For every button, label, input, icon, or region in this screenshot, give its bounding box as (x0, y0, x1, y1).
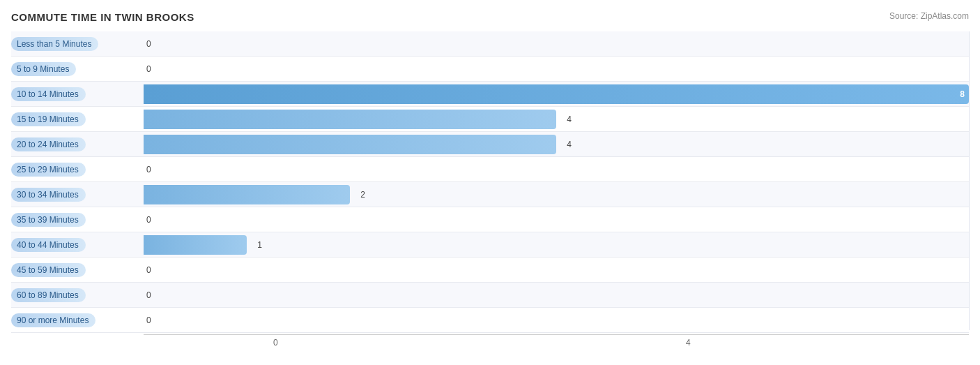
bar: 8 (144, 84, 969, 104)
bar-value-zero: 0 (146, 290, 151, 300)
bar: 2 (144, 185, 350, 204)
table-row: 20 to 24 Minutes4 (11, 132, 969, 157)
table-row: 90 or more Minutes0 (11, 308, 969, 333)
bar-value-zero: 0 (146, 165, 151, 174)
bar: 1 (144, 235, 247, 255)
bar-value: 8 (960, 89, 965, 99)
table-row: 35 to 39 Minutes0 (11, 207, 969, 232)
bar-label-pill: 10 to 14 Minutes (11, 87, 86, 101)
bar-container: 4 (144, 107, 969, 131)
table-row: 45 to 59 Minutes0 (11, 258, 969, 283)
bar-label: 10 to 14 Minutes (11, 87, 144, 101)
grid-line (969, 31, 970, 330)
table-row: 15 to 19 Minutes4 (11, 107, 969, 132)
bar-container: 2 (144, 182, 969, 207)
chart-title: COMMUTE TIME IN TWIN BROOKS (11, 11, 194, 23)
bar-container: 8 (144, 82, 969, 106)
bar-container: 0 (144, 308, 969, 332)
bar-container: 4 (144, 132, 969, 156)
bar-label: 45 to 59 Minutes (11, 263, 144, 277)
bar-label: 60 to 89 Minutes (11, 288, 144, 302)
bar-container: 0 (144, 207, 969, 232)
bar-container: 0 (144, 57, 969, 81)
bar-label-pill: 5 to 9 Minutes (11, 62, 76, 76)
bar-label: 40 to 44 Minutes (11, 238, 144, 252)
table-row: 10 to 14 Minutes8 (11, 82, 969, 107)
table-row: 30 to 34 Minutes2 (11, 182, 969, 207)
table-row: 60 to 89 Minutes0 (11, 283, 969, 308)
bar-label: 35 to 39 Minutes (11, 213, 144, 227)
chart-source: Source: ZipAtlas.com (889, 11, 969, 21)
bar-container: 0 (144, 31, 969, 56)
x-axis: 048 (144, 334, 969, 351)
bar-label-pill: 45 to 59 Minutes (11, 263, 86, 277)
bar-value-zero: 0 (146, 64, 151, 74)
bar-label: 30 to 34 Minutes (11, 188, 144, 202)
table-row: Less than 5 Minutes0 (11, 31, 969, 57)
bar-value-zero: 0 (146, 265, 151, 275)
bar-label: 5 to 9 Minutes (11, 62, 144, 76)
bar-label-pill: 60 to 89 Minutes (11, 288, 86, 302)
table-row: 40 to 44 Minutes1 (11, 232, 969, 258)
bars-container: Less than 5 Minutes05 to 9 Minutes010 to… (11, 31, 969, 333)
bar-value-zero: 0 (146, 215, 151, 225)
x-axis-label: 4 (686, 338, 691, 348)
bar-label: 20 to 24 Minutes (11, 137, 144, 151)
bar-container: 1 (144, 232, 969, 257)
bar-label-pill: 30 to 34 Minutes (11, 188, 86, 202)
bar-label-pill: 35 to 39 Minutes (11, 213, 86, 227)
bar-label: 15 to 19 Minutes (11, 112, 144, 126)
bar-label-pill: Less than 5 Minutes (11, 37, 98, 51)
bar: 4 (144, 135, 556, 154)
table-row: 5 to 9 Minutes0 (11, 57, 969, 82)
chart-area: Less than 5 Minutes05 to 9 Minutes010 to… (11, 31, 969, 351)
chart-wrapper: COMMUTE TIME IN TWIN BROOKS Source: ZipA… (11, 11, 969, 351)
bar-container: 0 (144, 283, 969, 307)
bar-label-pill: 15 to 19 Minutes (11, 112, 86, 126)
bar-label-pill: 90 or more Minutes (11, 313, 95, 327)
bar-value: 2 (360, 190, 365, 200)
bar: 4 (144, 110, 556, 129)
bar-label-pill: 40 to 44 Minutes (11, 238, 86, 252)
bar-value: 4 (567, 140, 572, 149)
bar-container: 0 (144, 258, 969, 282)
bar-value-zero: 0 (146, 39, 151, 49)
bar-container: 0 (144, 157, 969, 181)
bar-label-pill: 20 to 24 Minutes (11, 137, 86, 151)
x-axis-label: 0 (273, 338, 278, 348)
bar-label: 25 to 29 Minutes (11, 163, 144, 177)
bar-label-pill: 25 to 29 Minutes (11, 163, 86, 177)
bar-value: 4 (567, 114, 572, 124)
table-row: 25 to 29 Minutes0 (11, 157, 969, 182)
bar-label: 90 or more Minutes (11, 313, 144, 327)
bar-value-zero: 0 (146, 315, 151, 325)
bar-value: 1 (257, 240, 262, 250)
chart-header: COMMUTE TIME IN TWIN BROOKS Source: ZipA… (11, 11, 969, 23)
bar-label: Less than 5 Minutes (11, 37, 144, 51)
